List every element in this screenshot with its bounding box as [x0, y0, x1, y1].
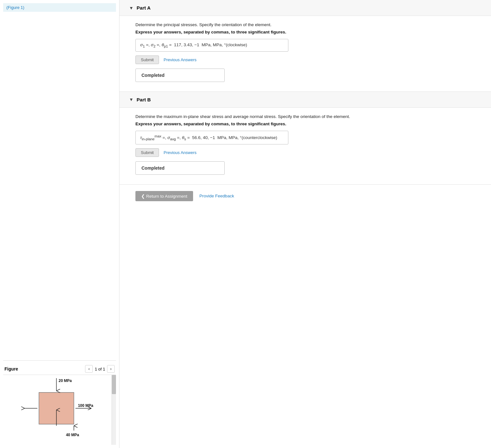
part-b-completed-box: Completed: [135, 161, 225, 175]
part-a-answer-box[interactable]: σ1 =, σ2 =, θp1 = 117, 3.43, −1 MPa, MPa…: [135, 39, 288, 52]
part-b-submit-button[interactable]: Submit: [135, 148, 159, 157]
figure-section: Figure ‹ 1 of 1 › 20 MPa 100 MPa: [3, 360, 116, 445]
part-a-label: Part A: [137, 5, 151, 11]
part-b-instruction: Express your answers, separated by comma…: [135, 121, 475, 126]
provide-feedback-link[interactable]: Provide Feedback: [199, 194, 234, 198]
figure-prev-button[interactable]: ‹: [85, 365, 93, 373]
part-a-prev-answers-link[interactable]: Previous Answers: [163, 57, 196, 62]
part-b-section: ▼ Part B Determine the maximum in-plane …: [119, 92, 491, 185]
part-b-answer-text: τin‑planemax =, σavg =, θs = 56.6, 40, −…: [140, 135, 277, 140]
part-b-actions: Submit Previous Answers: [135, 148, 475, 157]
part-a-description: Determine the principal stresses. Specif…: [135, 22, 475, 27]
part-a-submit-button[interactable]: Submit: [135, 55, 159, 64]
left-panel: (Figure 1) Figure ‹ 1 of 1 › 20 MPa: [0, 0, 119, 448]
part-a-completed-box: Completed: [135, 69, 225, 82]
figure-header: Figure ‹ 1 of 1 ›: [3, 363, 116, 375]
part-b-answer-box[interactable]: τin‑planemax =, σavg =, θs = 56.6, 40, −…: [135, 131, 288, 144]
part-b-description: Determine the maximum in-plane shear str…: [135, 114, 475, 119]
part-b-completed-label: Completed: [141, 165, 164, 171]
part-b-label: Part B: [137, 97, 151, 102]
figure-title: Figure: [4, 366, 18, 371]
stress-diagram: 20 MPa 100 MPa 40 MPa: [3, 375, 116, 445]
figure-link[interactable]: (Figure 1): [3, 3, 116, 12]
svg-text:100 MPa: 100 MPa: [78, 403, 93, 408]
figure-nav-controls: ‹ 1 of 1 ›: [85, 365, 115, 373]
svg-text:20 MPa: 20 MPa: [59, 378, 72, 383]
right-panel: ▼ Part A Determine the principal stresse…: [119, 0, 491, 448]
part-a-instruction: Express your answers, separated by comma…: [135, 30, 475, 34]
part-b-prev-answers-link[interactable]: Previous Answers: [163, 150, 196, 155]
part-b-chevron[interactable]: ▼: [129, 97, 134, 102]
part-a-content: Determine the principal stresses. Specif…: [119, 16, 491, 92]
part-a-chevron[interactable]: ▼: [129, 5, 134, 11]
part-a-actions: Submit Previous Answers: [135, 55, 475, 64]
part-b-content: Determine the maximum in-plane shear str…: [119, 108, 491, 184]
footer-actions: ❮ Return to Assignment Provide Feedback: [119, 185, 491, 211]
part-a-answer-text: σ1 =, σ2 =, θp1 = 117, 3.43, −1 MPa, MPa…: [140, 42, 247, 47]
figure-canvas: 20 MPa 100 MPa 40 MPa: [3, 375, 116, 445]
scrollbar-thumb: [112, 375, 116, 394]
part-a-header: ▼ Part A: [119, 0, 491, 16]
figure-page-indicator: 1 of 1: [95, 367, 105, 371]
svg-text:40 MPa: 40 MPa: [66, 433, 79, 437]
part-a-section: ▼ Part A Determine the principal stresse…: [119, 0, 491, 92]
return-to-assignment-button[interactable]: ❮ Return to Assignment: [135, 191, 193, 201]
part-b-header: ▼ Part B: [119, 92, 491, 108]
scrollbar-track[interactable]: [112, 375, 116, 445]
part-a-completed-label: Completed: [141, 73, 164, 78]
figure-next-button[interactable]: ›: [107, 365, 115, 373]
